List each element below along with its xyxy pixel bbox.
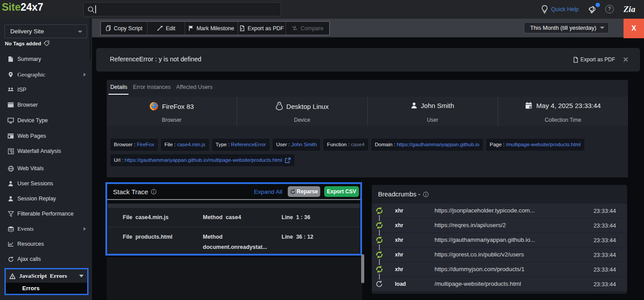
- svg-text:Zia: Zia: [624, 4, 636, 14]
- svg-text:P: P: [241, 28, 242, 30]
